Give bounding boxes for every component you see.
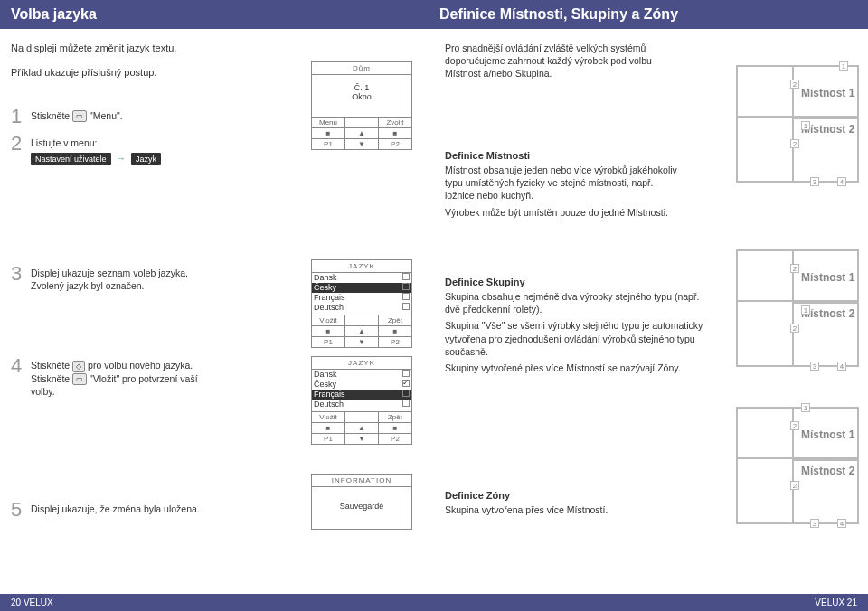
arrow-icon: →	[113, 153, 128, 164]
def-group-text-1: Skupina obsahuje nejméně dva výrobky ste…	[445, 290, 707, 315]
btn-sq2: ■	[378, 423, 411, 433]
softkey-insert: Vložit	[312, 315, 344, 325]
marker-2: 2	[790, 264, 799, 273]
device-screen-lang-1: JAZYK Dansk Česky Français Deutsch Vloži…	[311, 259, 412, 348]
btn-sq2: ■	[378, 128, 411, 138]
btn-p2: P2	[378, 434, 411, 444]
floorplan-zone: Místnost 1 Místnost 2 1 2 2 3 4	[736, 407, 859, 524]
btn-p1: P1	[312, 337, 344, 347]
softkey-back: Zpět	[378, 412, 411, 422]
room-label-1: Místnost 1	[801, 271, 854, 284]
def-zone-text: Skupina vytvořena přes více Místností.	[445, 503, 707, 516]
btn-up: ▲	[344, 128, 378, 138]
def-group-text-3: Skupiny vytvořené přes více Místností se…	[445, 362, 707, 374]
step4-text-c: Stiskněte	[31, 373, 70, 384]
device-screen-home: Dům Č. 1 Okno Menu Zvolit ■	[311, 61, 412, 150]
btn-dn: ▼	[344, 434, 378, 444]
step-number-5: 5	[11, 500, 31, 520]
key-nav-icon: ◇	[72, 361, 85, 372]
screen-header: INFORMATION	[312, 475, 411, 487]
marker-4: 4	[837, 177, 846, 186]
room-label-2: Místnost 2	[801, 465, 854, 477]
softkey-blank	[344, 118, 378, 127]
marker-2b: 2	[790, 139, 799, 148]
lang-deutsch: Deutsch	[314, 400, 344, 409]
lang-francais: Français	[314, 390, 345, 400]
marker-3: 3	[810, 362, 819, 371]
btn-sq: ■	[312, 423, 344, 433]
key-icon: ▭	[72, 110, 87, 122]
btn-sq2: ■	[378, 326, 411, 336]
step-number-4: 4	[11, 356, 31, 376]
step-number-3: 3	[11, 264, 31, 284]
marker-4: 4	[837, 362, 846, 371]
step-number-2: 2	[11, 134, 31, 154]
intro-text-2: Příklad ukazuje příslušný postup.	[11, 66, 210, 80]
screen-header: JAZYK	[312, 260, 411, 273]
key-icon: ▭	[72, 373, 87, 385]
marker-2b: 2	[790, 324, 799, 333]
def-room-title: Definice Místnosti	[445, 150, 680, 161]
def-group-title: Definice Skupiny	[445, 277, 707, 287]
softkey-menu: Menu	[312, 118, 344, 127]
page-title-right: Definice Místnosti, Skupiny a Zóny	[434, 0, 868, 29]
marker-4: 4	[837, 519, 846, 528]
softkey-insert: Vložit	[312, 412, 344, 422]
lang-dansk: Dansk	[314, 370, 337, 380]
device-screen-lang-2: JAZYK Dansk Česky Français Deutsch Vloži…	[311, 356, 412, 445]
menu-path-tag-2: Jazyk	[131, 153, 161, 165]
btn-sq: ■	[312, 326, 344, 336]
step5-text: Displej ukazuje, že změna byla uložena.	[31, 500, 212, 515]
screen-header: JAZYK	[312, 357, 411, 370]
lang-cesky: Česky	[314, 283, 336, 293]
marker-2b: 2	[790, 481, 799, 490]
softkey-select: Zvolit	[378, 118, 411, 127]
screen-header: Dům	[312, 62, 411, 75]
btn-p2: P2	[378, 337, 411, 347]
lang-deutsch: Deutsch	[314, 303, 344, 313]
intro-text-1: Na displeji můžete změnit jazyk textu.	[11, 42, 210, 55]
marker-3: 3	[810, 519, 819, 528]
btn-p1: P1	[312, 434, 344, 444]
floorplan-group: Místnost 1 Místnost 2 2 1 2 3 4	[736, 249, 859, 367]
marker-1b: 1	[801, 306, 810, 315]
marker-2: 2	[790, 80, 799, 89]
btn-dn: ▼	[344, 337, 378, 347]
window-number: Č. 1	[314, 83, 410, 92]
def-room-text-1: Místnost obsahuje jeden nebo více výrobk…	[445, 164, 680, 202]
step1-text-b: "Menu".	[90, 110, 123, 121]
right-intro: Pro snadnější ovládání zvláště velkých s…	[445, 42, 680, 80]
marker-2: 2	[790, 421, 799, 430]
lang-francais: Français	[314, 293, 345, 303]
btn-up: ▲	[344, 423, 378, 433]
step4-text-b: pro volbu nového jazyka.	[88, 360, 193, 371]
def-room-text-2: Výrobek může být umístěn pouze do jedné …	[445, 206, 680, 219]
btn-sq: ■	[312, 128, 344, 138]
step1-text-a: Stiskněte	[31, 110, 70, 121]
btn-p2: P2	[378, 139, 411, 149]
step2-text: Listujte v menu:	[31, 136, 212, 149]
marker-1t: 1	[801, 403, 810, 412]
window-label: Okno	[314, 92, 410, 101]
room-label-1: Místnost 1	[801, 428, 854, 441]
step3-text: Displej ukazuje seznam voleb jazyka. Zvo…	[31, 264, 212, 292]
softkey-back: Zpět	[378, 315, 411, 325]
marker-1: 1	[839, 61, 848, 70]
step-number-1: 1	[11, 107, 31, 127]
room-label-1: Místnost 1	[801, 87, 854, 99]
marker-1b: 1	[801, 121, 810, 130]
menu-path-tag-1: Nastavení uživatele	[31, 153, 111, 165]
btn-p1: P1	[312, 139, 344, 149]
page-footer-right: VELUX 21	[434, 594, 868, 611]
marker-3: 3	[810, 177, 819, 186]
btn-dn: ▼	[344, 139, 378, 149]
page-title-left: Volba jazyka	[0, 0, 434, 29]
lang-dansk: Dansk	[314, 273, 337, 283]
saved-message: Sauvegardé	[312, 487, 411, 529]
def-zone-title: Definice Zóny	[445, 490, 707, 501]
step4-text-a: Stiskněte	[31, 360, 70, 371]
btn-up: ▲	[344, 326, 378, 336]
device-screen-info: INFORMATION Sauvegardé	[311, 474, 412, 530]
lang-cesky: Česky	[314, 380, 336, 390]
page-footer-left: 20 VELUX	[0, 594, 434, 611]
